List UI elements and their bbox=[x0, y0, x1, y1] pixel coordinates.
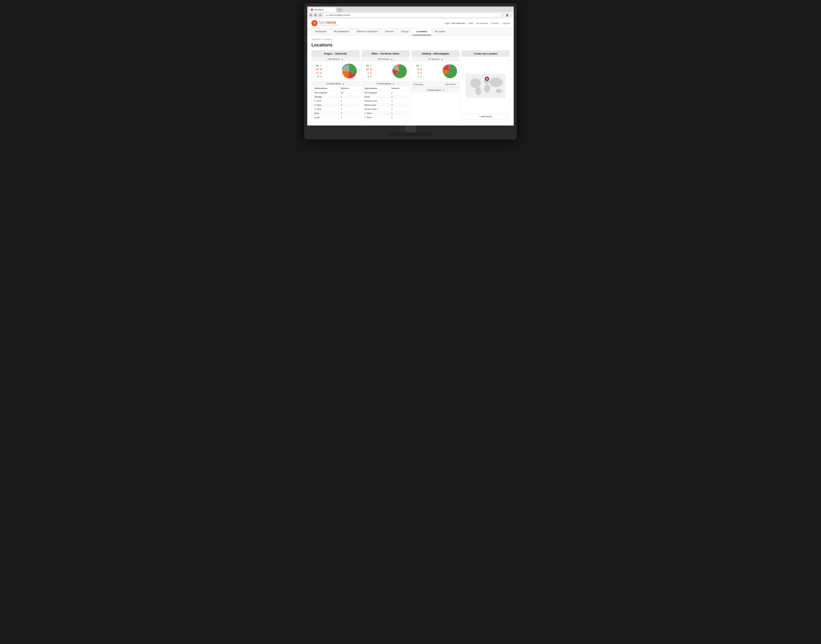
table-row[interactable]: Dock5 bbox=[313, 111, 358, 115]
browser-tab[interactable]: SensDesk × bbox=[308, 8, 336, 12]
milan-sublocations-arrow[interactable]: ▲ bbox=[393, 83, 394, 85]
milan-th-sublocations: Sublocations bbox=[363, 86, 390, 91]
nav-sensors-detectors[interactable]: Sensors & Detectors bbox=[353, 28, 382, 35]
table-row[interactable]: Freezer room1 bbox=[363, 99, 408, 103]
tab-close-button[interactable]: × bbox=[333, 9, 334, 11]
nav-my-dashboard[interactable]: My Dashboard bbox=[330, 28, 353, 35]
milan-warning-count: 2 bbox=[364, 71, 369, 74]
content-area: SensDesk > Locations Locations Prague – … bbox=[307, 35, 514, 126]
gotebrg-offline-icon: ✕ bbox=[420, 75, 422, 78]
breadcrumb: SensDesk > Locations bbox=[312, 38, 509, 41]
page-title: Locations bbox=[312, 42, 509, 48]
milan-pie-chart bbox=[391, 64, 407, 79]
prague-sublocations-count: 8 Sublocations bbox=[326, 82, 341, 85]
milan-offline-count: 6 bbox=[364, 75, 369, 78]
sep1: | bbox=[467, 22, 467, 25]
milan-ok-row: 38 ✓ bbox=[364, 64, 390, 67]
sublocation-name: Not Assigned bbox=[313, 91, 339, 95]
forward-button[interactable]: ▶ bbox=[314, 13, 317, 17]
monitor-screen: SensDesk × + ◀ ▶ ↻ 🔒 www.sensdesk.com/en… bbox=[307, 6, 514, 126]
reload-button[interactable]: ↻ bbox=[319, 13, 322, 17]
table-row[interactable]: 2. Floor1 bbox=[363, 115, 408, 120]
new-tab-button[interactable]: + bbox=[337, 8, 342, 12]
sublocation-name: 2. Floor bbox=[313, 103, 339, 107]
milan-header[interactable]: Milan – Via Monte Velino bbox=[362, 51, 409, 57]
nav-groups[interactable]: Groups bbox=[397, 28, 413, 35]
monitor-stand-neck bbox=[405, 126, 416, 132]
logout-link[interactable]: Log out bbox=[502, 22, 509, 25]
table-row[interactable]: 1. Floor1 bbox=[363, 111, 408, 115]
prague-table: Sublocations Sensors Not Assigned10 Stor… bbox=[312, 86, 359, 121]
back-button[interactable]: ◀ bbox=[309, 13, 312, 17]
help-link[interactable]: Help bbox=[468, 22, 473, 25]
gotebrg-alarm-count: 5 bbox=[414, 68, 419, 71]
license-link[interactable]: License bbox=[491, 22, 499, 25]
milan-alarm-icon: ⊙ bbox=[370, 68, 372, 71]
milan-stats-list: 38 ✓ 12 ⊙ 2 ⊙ bbox=[364, 64, 390, 78]
table-row[interactable]: Not Assigned2 bbox=[363, 91, 408, 95]
milan-sensors-count: 58 Sensors bbox=[378, 58, 390, 60]
sublocation-sensors: 1 bbox=[390, 107, 408, 111]
gotebrg-add-device-button[interactable]: + Add Device bbox=[442, 82, 458, 86]
prague-sublocations-arrow[interactable]: ▲ bbox=[342, 83, 344, 85]
gotebrg-sublocations-arrow[interactable]: ▼ bbox=[443, 89, 445, 91]
gotebrg-sensors-count: 57 Sensors bbox=[428, 58, 439, 60]
table-row[interactable]: Cabin1 bbox=[313, 115, 358, 120]
prague-offline-count: 9 bbox=[314, 75, 319, 78]
prague-header[interactable]: Prague – Ježlovická bbox=[312, 51, 359, 57]
menu-icon[interactable]: ⋮ bbox=[509, 14, 512, 17]
create-add-device-button[interactable]: + Add Device bbox=[464, 114, 507, 119]
prague-ok-icon: ✓ bbox=[320, 64, 322, 67]
table-row[interactable]: 2. Floor2 bbox=[313, 103, 358, 107]
sublocation-sensors: 1 bbox=[339, 107, 358, 111]
header-right: Login: John Newman | Help | My account |… bbox=[444, 22, 509, 25]
table-row[interactable]: Server room 21 bbox=[363, 107, 408, 111]
table-row[interactable]: Stock2 bbox=[363, 95, 408, 99]
location-card-gotebrg: Götebrg – Eklandagatan 57 Sensors ▲ 42 ✓ bbox=[411, 51, 460, 121]
nav-devices[interactable]: Devices bbox=[382, 28, 397, 35]
table-row[interactable]: Storage1 bbox=[313, 95, 358, 99]
milan-stats-area: 38 ✓ 12 ⊙ 2 ⊙ bbox=[362, 61, 409, 81]
milan-offline-row: 6 ✕ bbox=[364, 75, 390, 78]
gotebrg-header[interactable]: Götebrg – Eklandagatan bbox=[412, 51, 459, 57]
sublocation-sensors: 1 bbox=[339, 95, 358, 99]
prague-warning-count: 37 bbox=[314, 71, 319, 74]
browser-chrome: SensDesk × + ◀ ▶ ↻ 🔒 www.sensdesk.com/en… bbox=[307, 6, 514, 18]
prague-warning-row: 37 ⊙ bbox=[314, 71, 340, 74]
milan-warning-row: 2 ⊙ bbox=[364, 71, 390, 74]
my-account-link[interactable]: My account bbox=[477, 22, 488, 25]
breadcrumb-root[interactable]: SensDesk bbox=[312, 38, 321, 41]
nav-my-graph[interactable]: My Graph bbox=[431, 28, 449, 35]
address-bar[interactable]: 🔒 www.sensdesk.com/en/ bbox=[324, 13, 501, 17]
nav-dashboard[interactable]: Dashboard bbox=[312, 28, 330, 35]
prague-offline-icon: ✕ bbox=[320, 75, 322, 78]
table-row[interactable]: Not Assigned10 bbox=[313, 91, 358, 95]
table-row[interactable]: Server room3 bbox=[363, 103, 408, 107]
milan-warning-icon: ⊙ bbox=[370, 72, 372, 74]
sublocation-name: 3. Floor bbox=[313, 107, 339, 111]
sublocation-sensors: 1 bbox=[339, 115, 358, 120]
prague-pie-chart bbox=[341, 64, 357, 79]
milan-toggle-arrow[interactable]: ▲ bbox=[391, 58, 393, 60]
sublocation-name: Storage bbox=[313, 95, 339, 99]
gotebrg-warning-icon: ⊙ bbox=[420, 72, 422, 74]
svg-point-4 bbox=[475, 87, 481, 95]
nav-locations[interactable]: Locations bbox=[413, 28, 431, 35]
bookmark-icon[interactable]: ☆ bbox=[502, 14, 505, 17]
tab-favicon bbox=[311, 9, 313, 11]
table-row[interactable]: 1. Floor3 bbox=[313, 99, 358, 103]
prague-sensors-bar: 138 Sensors ▲ bbox=[312, 57, 359, 61]
prague-th-sublocations: Sublocations bbox=[313, 86, 339, 91]
tab-title: SensDesk bbox=[314, 9, 324, 11]
gotebrg-sensors-bar: 57 Sensors ▲ bbox=[412, 57, 459, 61]
user-icon[interactable]: 👤 bbox=[506, 14, 509, 17]
gotebrg-ok-row: 42 ✓ bbox=[414, 64, 440, 67]
sublocation-name: Server room bbox=[363, 103, 390, 107]
gotebrg-toggle-arrow[interactable]: ▲ bbox=[441, 58, 443, 60]
sublocation-sensors: 3 bbox=[390, 103, 408, 107]
table-row[interactable]: 3. Floor1 bbox=[313, 107, 358, 111]
gotebrg-alarm-icon: ⊙ bbox=[420, 68, 422, 71]
logo-desk: Desk bbox=[327, 20, 336, 25]
prague-toggle-arrow[interactable]: ▲ bbox=[341, 58, 344, 60]
prague-ok-count: 65 bbox=[314, 64, 319, 67]
